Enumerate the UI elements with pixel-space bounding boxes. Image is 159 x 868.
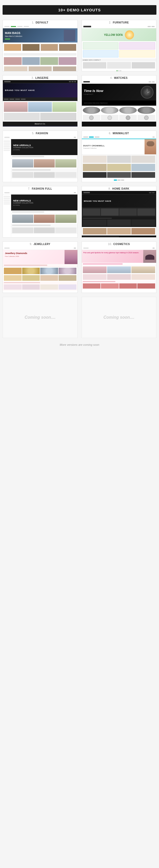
home-dark-hero-text: BRAND YOU MUST HAVE [84,200,111,202]
main-title: 10+ DEMO LAYOUTS [3,5,156,15]
lingerie-hero-text: BRAND YOU MUST HAVE [5,89,35,91]
minimalist-name: DUSTY CROMWELL [83,145,143,147]
demo-watches-label: 4. WATCHES [82,75,156,80]
demo-minimalist-label: 6. MINIMALIST [82,131,156,135]
default-hero-title: MAN BAGS [5,31,22,35]
footer-text: More versions are coming soon [3,343,156,346]
demo-home-dark-screen: BRAND YOU MUST HAVE [82,191,156,237]
demo-minimalist-screen: DUSTY CROMWELL Featured Collection [82,135,156,182]
cosmetics-hero-text: Pick and gold lipsticks for every glamou… [83,251,142,254]
coming-soon-1-text: Coming soon.... [25,315,55,320]
default-hero-subtitle: New Men's Collection [5,35,22,37]
lingerie-logo: Basel & Co. [34,123,46,125]
demo-cosmetics-screen: Pick and gold lipsticks for every glamou… [82,246,156,293]
furniture-hero-text: YELLOW SOFA [104,33,123,36]
demo-fashion[interactable]: 5. FASHION [3,131,78,182]
footer-label: More versions are coming soon [60,343,99,346]
demo-jewellery-label: 9. JEWELLERY [3,242,77,246]
demo-fashion-full[interactable]: 7. FASHION FULL [3,186,78,238]
demo-watches[interactable]: 4. WATCHES Time Is Now COMPACT [82,75,157,127]
demo-fashion-label: 5. FASHION [3,131,77,135]
demo-home-dark[interactable]: 8. HOME DARK BRAND YOU MUST HAVE [82,186,157,238]
demo-watches-screen: Time Is Now COMPACT SWISS MADE PRECI [82,80,156,126]
fashion-hero-subtitle: SUMMER COLLECTION [13,147,33,148]
demo-jewellery[interactable]: 9. JEWELLERY Jewellery Diamonds Fine Col… [3,241,78,293]
page-wrapper: 10+ DEMO LAYOUTS 1. DEFAULT MAN BAGS [0,0,159,354]
demo-default[interactable]: 1. DEFAULT MAN BAGS New Men's Collection [3,20,78,71]
coming-soon-2-text: Coming soon.... [104,315,134,320]
coming-soon-1: Coming soon.... [3,297,78,338]
demo-furniture-label: 2. FURNITURE [82,20,156,25]
demo-fashion-screen: NEW ARRIVALS SUMMER COLLECTION just land… [3,135,77,182]
demo-lingerie-label: 3. LINGERIE [3,75,77,80]
fashion-hero-title: NEW ARRIVALS [13,144,33,147]
jewellery-hero-text: Jewellery Diamonds [5,252,62,255]
demo-cosmetics[interactable]: 10. COSMETICS Pick and gold lipsticks fo… [82,241,157,293]
demo-default-screen: MAN BAGS New Men's Collection [3,25,77,71]
demo-minimalist[interactable]: 6. MINIMALIST DUSTY CROMWELL Featured [82,131,157,182]
demos-grid: 1. DEFAULT MAN BAGS New Men's Collection [3,20,156,293]
demo-home-dark-label: 8. HOME DARK [82,186,156,191]
coming-soon-2: Coming soon.... [82,297,157,338]
demo-jewellery-screen: Jewellery Diamonds Fine Collection 2016 [3,246,77,293]
furniture-sub-text: EAMES SOFA COMPACT [83,59,155,61]
demo-lingerie-screen: BRAND YOU MUST HAVE [3,80,77,126]
demo-furniture-screen: YELLOW SOFA EAMES SOFA COMPACT [82,25,156,71]
demo-cosmetics-label: 10. COSMETICS [82,242,156,246]
fashion-full-hero-subtitle: SUMMER COLLECTION [13,202,33,204]
demo-fashion-full-label: 7. FASHION FULL [3,186,77,191]
watches-hero-sub: COMPACT [84,94,139,95]
watches-hero-title: Time Is Now [84,89,139,93]
fashion-full-hero-title: NEW ARRIVALS [13,199,33,202]
demo-furniture[interactable]: 2. FURNITURE YELLOW SOFA [82,20,157,71]
demo-default-label: 1. DEFAULT [3,20,77,25]
demo-fashion-full-screen: NEW ARRIVALS SUMMER COLLECTION just land… [3,191,77,237]
demo-lingerie[interactable]: 3. LINGERIE BRAND YOU MUST HAVE [3,75,78,127]
header-title-text: 10+ DEMO LAYOUTS [58,8,101,12]
